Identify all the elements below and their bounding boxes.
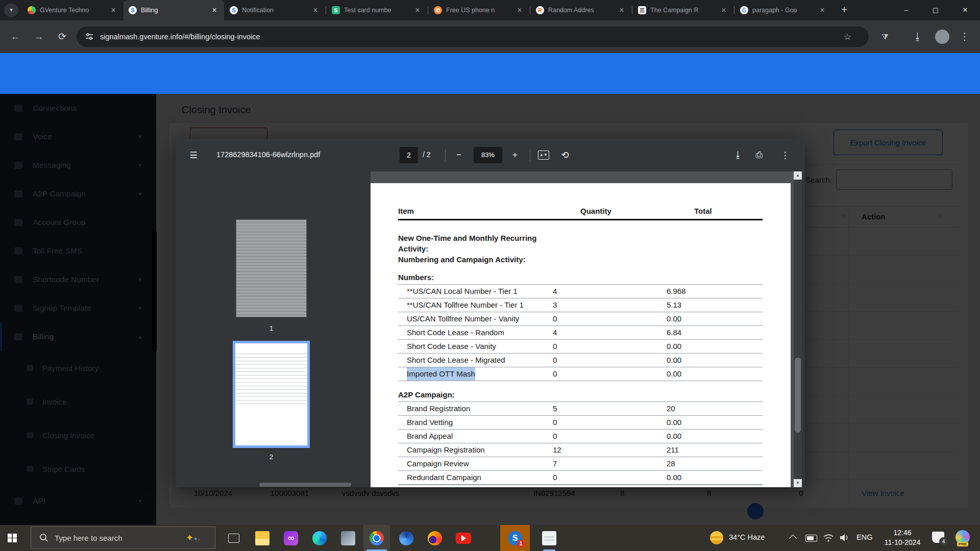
media-player-button[interactable] xyxy=(336,525,360,551)
pdf-scrollbar-thumb[interactable] xyxy=(795,358,801,433)
volume-icon[interactable] xyxy=(839,533,850,543)
forward-button[interactable]: → xyxy=(30,28,48,46)
copilot-icon[interactable]: PRE xyxy=(955,530,970,544)
downloads-icon[interactable]: ⭳ xyxy=(909,28,927,46)
back-button[interactable]: ← xyxy=(6,28,24,46)
site-settings-icon[interactable] xyxy=(85,32,94,41)
page-1-thumbnail[interactable] xyxy=(236,220,306,317)
taskbar-search-box[interactable]: Type here to search ✦✦• xyxy=(31,527,215,549)
print-icon[interactable]: ⎙ xyxy=(752,150,766,160)
invoice-intro-line: Activity: xyxy=(398,243,763,254)
firefox-button[interactable] xyxy=(423,525,447,551)
clock-date: 11-10-2024 xyxy=(879,538,926,547)
reload-button[interactable]: ⟳ xyxy=(53,28,71,46)
tab-campaign[interactable]: ☰ The Campaign R ✕ xyxy=(633,0,733,20)
pdf-page-area: Item Quantity Total New One-Time and Mon… xyxy=(371,171,794,487)
page-2-thumbnail-selected[interactable] xyxy=(233,341,310,448)
profile-avatar[interactable] xyxy=(935,30,949,44)
browser-menu-icon[interactable]: ⋮ xyxy=(955,28,974,46)
fit-to-page-icon[interactable]: ▲▼ xyxy=(538,151,549,160)
notepad-app-icon xyxy=(542,531,556,545)
weather-text[interactable]: 34°C Haze xyxy=(729,533,765,541)
tab-random-address[interactable]: R Random Addres ✕ xyxy=(531,0,631,20)
tab-separator xyxy=(632,6,632,14)
app-header: signalmash Billing › Closing Invoice xyxy=(0,53,980,94)
invoice-col-quantity: Quantity xyxy=(580,207,611,215)
notification-center-icon[interactable]: 4 xyxy=(932,532,944,543)
chrome-button-active[interactable] xyxy=(363,525,390,551)
tab-search-button[interactable]: ▾ xyxy=(4,4,18,17)
edge-button[interactable] xyxy=(307,525,332,551)
tab-close-icon[interactable]: ✕ xyxy=(311,6,320,15)
invoice-row: Short Code Lease - Migrated 0 0.00 xyxy=(398,354,763,367)
tray-expand-chevron-icon[interactable] xyxy=(789,535,797,543)
zoom-out-icon[interactable]: − xyxy=(452,150,465,160)
battery-icon[interactable] xyxy=(805,535,817,542)
tab-close-icon[interactable]: ✕ xyxy=(210,6,219,15)
notepad-app-button[interactable] xyxy=(537,525,561,551)
pdf-more-options-icon[interactable]: ⋮ xyxy=(778,150,792,161)
weather-haze-icon[interactable] xyxy=(710,531,723,544)
tab-separator xyxy=(734,6,734,14)
bookmark-star-icon[interactable]: ☆ xyxy=(844,32,851,42)
window-close-button[interactable]: ✕ xyxy=(953,0,977,20)
zoom-in-icon[interactable]: + xyxy=(508,150,522,160)
tab-test-card[interactable]: S Test card numbe ✕ xyxy=(327,0,427,20)
tab-title: Test card numbe xyxy=(344,7,409,14)
phone-favicon: ✆ xyxy=(434,6,442,14)
pdf-toolbar: ☰ 1728629834106-66wlzrlnpn.pdf 2 / 2 − 8… xyxy=(176,139,805,171)
wifi-icon[interactable] xyxy=(823,533,834,543)
start-button[interactable] xyxy=(0,525,24,551)
invoice-total-row: Total Amount(USD): $ 206.00 xyxy=(398,485,763,487)
window-maximize-button[interactable]: ▢ xyxy=(924,0,947,20)
tab-close-icon[interactable]: ✕ xyxy=(109,6,118,15)
stripe-favicon: S xyxy=(332,6,340,14)
tab-free-phone[interactable]: ✆ Free US phone n ✕ xyxy=(429,0,529,20)
tab-close-icon[interactable]: ✕ xyxy=(617,6,626,15)
notification-badge: 1 xyxy=(517,540,525,547)
scroll-up-arrow[interactable]: ▲ xyxy=(794,171,802,180)
extensions-icon[interactable]: ⧩ xyxy=(876,28,894,46)
pdf-scrollbar[interactable]: ▲ ▼ xyxy=(794,171,802,487)
pdf-page-input[interactable]: 2 xyxy=(400,147,418,163)
youtube-button[interactable] xyxy=(451,525,476,551)
tab-gventure[interactable]: GVenture Techno ✕ xyxy=(22,0,123,20)
address-bar[interactable]: signalmash.gventure.info/#/billing/closi… xyxy=(77,27,869,47)
new-tab-button[interactable]: + xyxy=(837,3,851,17)
invoice-section-a2p: A2P Campaign: xyxy=(398,390,763,402)
tab-close-icon[interactable]: ✕ xyxy=(818,6,827,15)
pdf-zoom-level[interactable]: 83% xyxy=(474,147,502,163)
toolbar-separator xyxy=(530,149,530,161)
language-indicator[interactable]: ENG xyxy=(856,533,872,541)
tab-separator xyxy=(530,6,530,14)
rotate-icon[interactable]: ⟲ xyxy=(558,149,572,161)
blue-app-button[interactable] xyxy=(394,525,419,551)
tab-close-icon[interactable]: ✕ xyxy=(719,6,728,15)
file-explorer-icon xyxy=(255,531,270,545)
thumbnail-scrollbar[interactable] xyxy=(259,483,351,487)
s-app-button-attention[interactable]: S 1 xyxy=(500,525,530,551)
screen: ▾ GVenture Techno ✕ S Billing ✕ S Notifi… xyxy=(0,0,980,551)
m365-icon: ∞ xyxy=(284,531,298,545)
signalmash-favicon: S xyxy=(230,6,238,14)
toolbar-separator xyxy=(445,149,446,161)
task-view-button[interactable] xyxy=(223,525,245,551)
file-explorer-button[interactable] xyxy=(250,525,275,551)
tab-title: paragaph - Goo xyxy=(752,7,814,14)
window-minimize-button[interactable]: – xyxy=(894,0,918,20)
invoice-row: Campaign Review 7 28 xyxy=(398,457,763,471)
firefox-icon xyxy=(428,531,442,545)
tab-paragraph[interactable]: G paragaph - Goo ✕ xyxy=(735,0,832,20)
tab-notification[interactable]: S Notification ✕ xyxy=(225,0,325,20)
tab-close-icon[interactable]: ✕ xyxy=(515,6,524,15)
scroll-down-arrow[interactable]: ▼ xyxy=(794,479,802,487)
pdf-viewer-modal: ☰ 1728629834106-66wlzrlnpn.pdf 2 / 2 − 8… xyxy=(176,139,805,487)
taskbar-clock[interactable]: 12:46 11-10-2024 xyxy=(879,528,926,547)
tab-close-icon[interactable]: ✕ xyxy=(413,6,422,15)
pdf-download-icon[interactable]: ⭳ xyxy=(731,150,745,160)
m365-button[interactable]: ∞ xyxy=(279,525,303,551)
tab-billing[interactable]: S Billing ✕ xyxy=(124,0,224,20)
invoice-col-total: Total xyxy=(694,207,712,215)
pdf-menu-hamburger-icon[interactable]: ☰ xyxy=(187,150,200,161)
search-icon xyxy=(39,533,48,542)
